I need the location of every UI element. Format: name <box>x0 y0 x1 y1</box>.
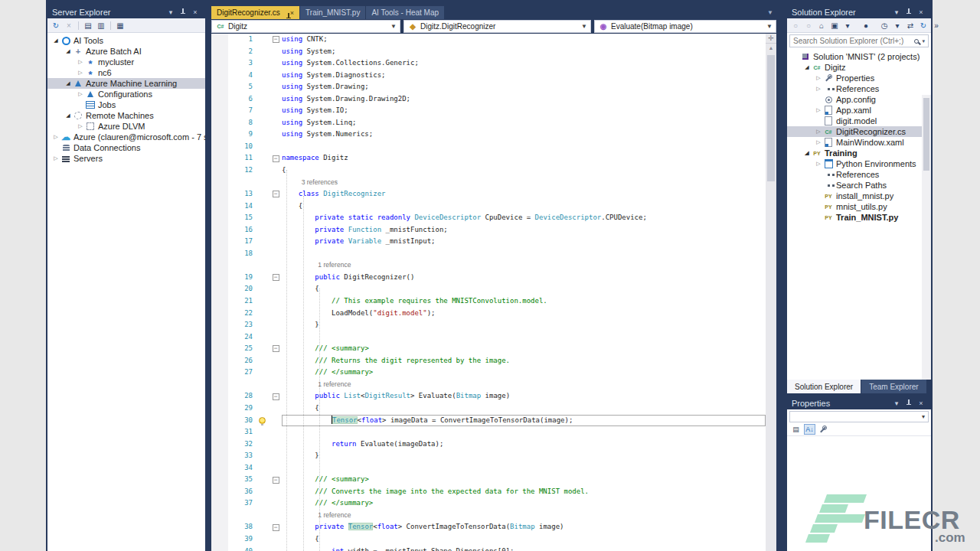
close-icon[interactable]: × <box>916 398 926 408</box>
code-text[interactable]: using CNTK; <box>282 34 766 46</box>
connect-database-icon[interactable]: ▤ <box>83 20 93 31</box>
properties-object-dropdown[interactable]: ▾ <box>789 411 929 422</box>
scrollbar-thumb[interactable] <box>767 55 775 181</box>
breakpoint-margin[interactable] <box>211 343 228 355</box>
collapse-fold-icon[interactable]: – <box>273 393 279 400</box>
collapsed-arrow-icon[interactable]: ▷ <box>76 123 85 129</box>
tool-window-tab-solution-explorer[interactable]: Solution Explorer <box>787 380 861 393</box>
new-solution-explorer-window-icon[interactable]: ▣ <box>829 20 840 31</box>
code-text[interactable]: /// <summary> <box>282 474 766 486</box>
tree-row[interactable]: Search Paths <box>787 180 931 191</box>
navbar-dropdown[interactable]: Digitz▼ <box>211 20 400 33</box>
breakpoint-margin[interactable] <box>211 93 228 106</box>
tree-row[interactable]: Train_MNIST.py <box>787 212 931 223</box>
tree-row[interactable]: ▷References <box>787 83 931 94</box>
forward-icon[interactable]: ○ <box>803 20 814 31</box>
tree-row[interactable]: ◢AI Tools <box>47 35 205 46</box>
code-text[interactable]: private Tensor<float> ConvertImageToTens… <box>282 521 766 533</box>
expanded-arrow-icon[interactable]: ◢ <box>51 37 60 44</box>
collapse-fold-icon[interactable]: – <box>273 36 279 43</box>
tree-row[interactable]: mnist_utils.py <box>787 201 931 212</box>
properties-titlebar[interactable]: Properties ▾ × <box>787 396 931 409</box>
code-text[interactable]: { <box>282 533 766 546</box>
breakpoint-margin[interactable] <box>211 295 228 308</box>
tree-row[interactable]: install_mnist.py <box>787 191 931 201</box>
breakpoint-margin[interactable] <box>211 355 228 367</box>
breakpoint-margin[interactable] <box>211 474 228 486</box>
tree-row[interactable]: ◢Remote Machines <box>47 110 205 121</box>
expanded-arrow-icon[interactable]: ◢ <box>802 150 812 156</box>
breakpoint-margin[interactable] <box>211 308 228 320</box>
tree-row[interactable]: ◢Training <box>787 148 931 158</box>
collapsed-arrow-icon[interactable]: ▷ <box>76 91 85 97</box>
code-text[interactable] <box>282 462 766 474</box>
breakpoint-margin[interactable] <box>211 105 228 117</box>
breakpoint-margin[interactable] <box>211 177 228 189</box>
collapse-fold-icon[interactable]: – <box>273 274 279 281</box>
code-text[interactable] <box>282 426 766 439</box>
filter-icon[interactable]: ▦ <box>115 20 126 31</box>
code-text[interactable]: int width = _mnistInput.Shape.Dimensions… <box>282 546 766 551</box>
breakpoint-margin[interactable] <box>211 426 228 439</box>
code-text[interactable]: private Function _mnistFunction; <box>282 224 766 236</box>
alphabetical-icon[interactable]: A↓ <box>804 424 815 435</box>
code-text[interactable]: LoadModel("digit.model"); <box>282 308 766 320</box>
solution-search-input[interactable]: Search Solution Explorer (Ctrl+;) ▾ <box>789 34 929 47</box>
scroll-up-icon[interactable]: ▲ <box>766 44 776 53</box>
codelens-references-link[interactable]: 3 references <box>302 177 338 189</box>
expanded-arrow-icon[interactable]: ◢ <box>64 80 73 86</box>
breakpoint-margin[interactable] <box>211 165 228 177</box>
tree-row[interactable]: ◢Azure Batch AI <box>47 46 205 57</box>
breakpoint-margin[interactable] <box>211 259 228 272</box>
breakpoint-margin[interactable] <box>211 81 228 93</box>
code-text[interactable] <box>282 141 766 153</box>
breakpoint-margin[interactable] <box>211 57 228 70</box>
code-text[interactable] <box>282 248 766 260</box>
code-text[interactable]: Tensor<float> imageData = ConvertImageTo… <box>282 415 766 427</box>
tree-row[interactable]: ▷Properties <box>787 73 931 83</box>
code-text[interactable]: using System.Drawing; <box>282 81 766 93</box>
split-handle-icon[interactable]: ✛ <box>766 34 776 44</box>
tree-row[interactable]: ▷Azure (clauren@microsoft.com - 7 subscr… <box>47 132 205 142</box>
code-text[interactable] <box>282 331 766 344</box>
code-text[interactable]: { <box>282 201 766 213</box>
tree-row[interactable]: digit.model <box>787 116 931 126</box>
breakpoint-margin[interactable] <box>211 415 228 427</box>
code-text[interactable]: { <box>282 403 766 415</box>
expanded-arrow-icon[interactable]: ◢ <box>64 48 73 54</box>
tree-row[interactable]: App.config <box>787 94 931 105</box>
close-icon[interactable]: × <box>916 7 926 17</box>
breakpoint-margin[interactable] <box>211 224 228 236</box>
tree-row[interactable]: References <box>787 169 931 180</box>
tree-row[interactable]: Solution 'MNIST' (2 projects) <box>787 51 931 62</box>
window-position-icon[interactable]: ▾ <box>891 398 902 408</box>
breakpoint-margin[interactable] <box>211 236 228 248</box>
solution-explorer-titlebar[interactable]: Solution Explorer ▾ × <box>787 5 931 18</box>
close-icon[interactable]: × <box>290 9 294 17</box>
breakpoint-margin[interactable] <box>211 319 228 331</box>
breakpoint-margin[interactable] <box>211 141 228 153</box>
breakpoint-margin[interactable] <box>211 367 228 379</box>
breakpoint-margin[interactable] <box>211 201 228 213</box>
window-position-icon[interactable]: ▾ <box>165 7 176 17</box>
breakpoint-margin[interactable] <box>211 403 228 415</box>
sync-with-active-document-icon[interactable]: ⇄ <box>905 20 916 31</box>
tree-row[interactable]: Jobs <box>47 99 205 110</box>
code-text[interactable]: using System.IO; <box>282 105 766 117</box>
code-text[interactable]: } <box>282 450 766 462</box>
tree-row[interactable]: ◢Azure Machine Learning <box>47 78 205 89</box>
collapsed-arrow-icon[interactable]: ▷ <box>814 129 823 135</box>
collapsed-arrow-icon[interactable]: ▷ <box>814 86 823 92</box>
codelens-references-link[interactable]: 1 reference <box>318 259 351 272</box>
search-icon[interactable] <box>914 39 919 44</box>
breakpoint-margin[interactable] <box>211 248 228 260</box>
document-tab[interactable]: Train_MNIST.py <box>300 6 365 19</box>
tool-window-tab-team-explorer[interactable]: Team Explorer <box>861 380 926 393</box>
code-text[interactable]: // This example requires the MNISTConvol… <box>282 295 766 308</box>
code-text[interactable]: return Evaluate(imageData); <box>282 439 766 451</box>
refresh-icon[interactable]: ↻ <box>51 20 61 31</box>
breakpoint-margin[interactable] <box>211 379 228 391</box>
breakpoint-margin[interactable] <box>211 521 228 533</box>
code-text[interactable]: private static readonly DeviceDescriptor… <box>282 212 766 224</box>
collapse-fold-icon[interactable]: – <box>273 477 279 484</box>
